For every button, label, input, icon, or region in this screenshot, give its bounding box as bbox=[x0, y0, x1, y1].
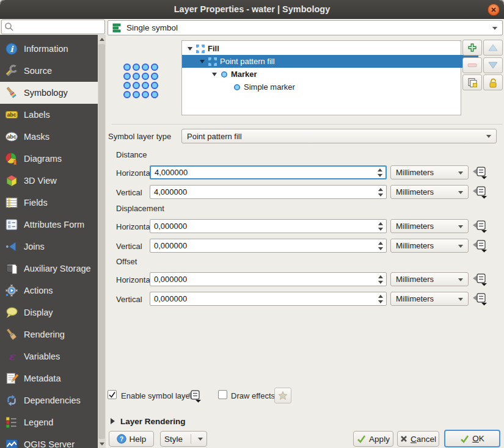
distance-horizontal-value[interactable] bbox=[151, 167, 385, 178]
chevron-down-icon bbox=[486, 135, 491, 138]
spinner[interactable] bbox=[376, 273, 384, 286]
variables-icon: ε bbox=[5, 350, 18, 363]
symbol-layer-tree: Fill Point pattern fill Marker Simple ma… bbox=[181, 40, 461, 115]
displacement-vertical-unit-select[interactable]: Millimeters bbox=[390, 239, 469, 253]
move-up-icon bbox=[488, 43, 498, 52]
spinner[interactable] bbox=[376, 220, 384, 233]
data-defined-override-button[interactable] bbox=[471, 272, 489, 287]
sidebar-item-information[interactable]: i Information bbox=[0, 38, 98, 60]
tree-row-marker[interactable]: Marker bbox=[182, 68, 491, 81]
displacement-vertical-label: Vertical bbox=[116, 242, 142, 251]
help-button[interactable]: ? Help bbox=[109, 431, 154, 447]
offset-vertical-unit-select[interactable]: Millimeters bbox=[390, 292, 469, 306]
cancel-button[interactable]: Cancel bbox=[397, 431, 439, 447]
chevron-down-icon bbox=[198, 438, 203, 441]
lock-button[interactable] bbox=[483, 74, 503, 90]
remove-symbol-layer-button[interactable] bbox=[462, 57, 482, 73]
sidebar-item-attributes-form[interactable]: Attributes Form bbox=[0, 214, 98, 236]
sidebar-item-diagrams[interactable]: Diagrams bbox=[0, 148, 98, 170]
distance-horizontal-input[interactable] bbox=[150, 165, 387, 179]
scroll-down-icon[interactable] bbox=[98, 439, 106, 448]
offset-horizontal-value[interactable] bbox=[150, 273, 386, 286]
sidebar-item-source[interactable]: Source bbox=[0, 60, 98, 82]
offset-vertical-value[interactable] bbox=[150, 292, 386, 305]
sidebar-item-auxiliary-storage[interactable]: Auxiliary Storage bbox=[0, 258, 98, 280]
enable-symbol-layer-checkbox[interactable] bbox=[108, 390, 117, 399]
offset-horizontal-input[interactable] bbox=[150, 272, 387, 286]
offset-vertical-input[interactable] bbox=[150, 292, 387, 306]
tree-row-point-pattern-fill[interactable]: Point pattern fill bbox=[182, 55, 478, 68]
sidebar-item-qgis-server[interactable]: QGIS Server bbox=[0, 433, 98, 448]
spinner[interactable] bbox=[376, 186, 384, 198]
scroll-up-icon[interactable] bbox=[98, 35, 106, 43]
sidebar-item-joins[interactable]: Joins bbox=[0, 236, 98, 258]
duplicate-symbol-layer-button[interactable] bbox=[462, 74, 482, 90]
data-defined-override-button[interactable] bbox=[471, 292, 489, 306]
data-defined-override-button[interactable] bbox=[471, 239, 489, 253]
sidebar-item-3d-view[interactable]: 3D View bbox=[0, 170, 98, 192]
sidebar-item-rendering[interactable]: Rendering bbox=[0, 323, 98, 345]
data-defined-override-button[interactable] bbox=[471, 165, 489, 180]
sidebar-scrollbar[interactable] bbox=[98, 35, 106, 448]
sidebar-item-masks[interactable]: abc Masks bbox=[0, 126, 98, 148]
spinner[interactable] bbox=[376, 239, 384, 252]
data-defined-override-button[interactable] bbox=[471, 219, 489, 234]
spinner[interactable] bbox=[376, 167, 384, 178]
sidebar-item-labels[interactable]: abc Labels bbox=[0, 104, 98, 126]
close-icon[interactable] bbox=[488, 4, 500, 16]
layer-rendering-expander-icon[interactable] bbox=[111, 418, 115, 424]
distance-vertical-unit-select[interactable]: Millimeters bbox=[390, 185, 469, 199]
move-down-button[interactable] bbox=[483, 57, 503, 73]
sidebar-item-actions[interactable]: Actions bbox=[0, 280, 98, 302]
displacement-horizontal-input[interactable] bbox=[150, 219, 387, 233]
move-up-button[interactable] bbox=[483, 40, 503, 56]
labels-icon: abc bbox=[5, 108, 18, 121]
displacement-vertical-value[interactable] bbox=[150, 239, 386, 252]
metadata-icon bbox=[5, 372, 18, 385]
distance-vertical-input[interactable] bbox=[150, 185, 387, 199]
sidebar-search[interactable] bbox=[1, 20, 105, 34]
offset-vertical-label: Vertical bbox=[116, 295, 142, 304]
sidebar-item-legend[interactable]: Legend bbox=[0, 411, 98, 433]
scrollbar-thumb[interactable] bbox=[98, 44, 105, 439]
sidebar-item-symbology[interactable]: Symbology bbox=[0, 82, 98, 104]
sidebar-item-display[interactable]: Display bbox=[0, 302, 98, 323]
apply-button[interactable]: Apply bbox=[353, 431, 393, 447]
sidebar-item-fields[interactable]: Fields bbox=[0, 192, 98, 214]
ok-button[interactable]: OK bbox=[444, 430, 500, 447]
style-button[interactable]: Style bbox=[160, 431, 207, 447]
layer-rendering-label[interactable]: Layer Rendering bbox=[120, 417, 186, 426]
cancel-x-icon bbox=[400, 435, 407, 443]
offset-horizontal-unit-select[interactable]: Millimeters bbox=[390, 272, 469, 286]
draw-effects-checkbox[interactable] bbox=[218, 390, 227, 399]
data-defined-override-button[interactable] bbox=[471, 185, 489, 200]
expander-icon[interactable] bbox=[212, 73, 217, 76]
displacement-horizontal-value[interactable] bbox=[150, 220, 386, 233]
star-icon bbox=[278, 391, 288, 400]
sidebar-item-dependencies[interactable]: Dependencies bbox=[0, 389, 98, 411]
displacement-vertical-input[interactable] bbox=[150, 239, 387, 253]
spinner[interactable] bbox=[376, 292, 384, 305]
titlebar[interactable]: Layer Properties - water | Symbology bbox=[0, 0, 504, 19]
tree-row-fill[interactable]: Fill bbox=[182, 42, 466, 55]
search-input[interactable] bbox=[15, 20, 103, 35]
expander-icon[interactable] bbox=[200, 60, 205, 63]
distance-vertical-value[interactable] bbox=[150, 186, 386, 198]
checkmark-icon bbox=[108, 391, 116, 399]
customize-effects-button[interactable] bbox=[274, 388, 291, 403]
dependencies-icon bbox=[5, 394, 18, 407]
tree-row-simple-marker[interactable]: Simple marker bbox=[182, 81, 504, 93]
add-symbol-layer-button[interactable] bbox=[462, 40, 482, 56]
displacement-horizontal-unit-select[interactable]: Millimeters bbox=[390, 219, 469, 233]
sidebar-item-metadata[interactable]: Metadata bbox=[0, 367, 98, 389]
data-defined-override-button[interactable] bbox=[185, 389, 203, 403]
sidebar-item-variables[interactable]: ε Variables bbox=[0, 345, 98, 367]
move-down-icon bbox=[488, 61, 498, 70]
symbol-layer-type-select[interactable]: Point pattern fill bbox=[181, 129, 497, 143]
chevron-down-icon bbox=[492, 27, 497, 30]
expander-icon[interactable] bbox=[188, 47, 192, 51]
symbology-icon bbox=[5, 86, 18, 99]
displacement-horizontal-label: Horizontal bbox=[116, 222, 152, 231]
distance-horizontal-unit-select[interactable]: Millimeters bbox=[390, 165, 469, 179]
renderer-select[interactable]: Single symbol bbox=[108, 20, 503, 35]
